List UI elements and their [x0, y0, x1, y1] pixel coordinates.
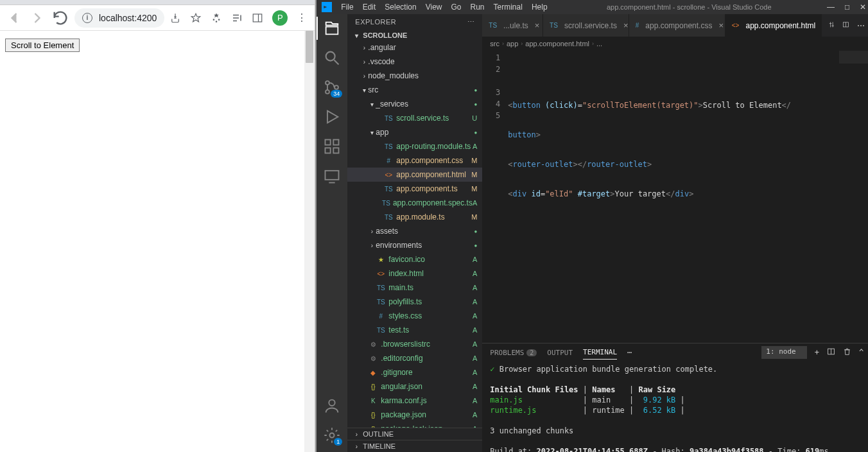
folder--services[interactable]: ▾_services●: [347, 97, 482, 111]
tab----ule-ts[interactable]: TS...ule.ts×: [482, 14, 543, 37]
scroll-to-element-button[interactable]: Scroll to Element: [5, 39, 80, 52]
file-scroll-service-ts[interactable]: TSscroll.service.tsU: [347, 111, 482, 125]
code-editor[interactable]: 12 345 <button (click)="scrollToElement(…: [482, 51, 868, 343]
compare-changes-icon[interactable]: [828, 21, 835, 30]
folder-assets[interactable]: ›assets●: [347, 224, 482, 238]
extensions-activity-icon[interactable]: [323, 137, 341, 155]
close-button[interactable]: ✕: [860, 3, 866, 12]
reading-list-icon[interactable]: [231, 12, 243, 24]
maximize-button[interactable]: □: [845, 3, 849, 12]
share-icon[interactable]: [169, 12, 181, 24]
file-app-module-ts[interactable]: TSapp.module.tsM: [347, 210, 482, 224]
menu-edit[interactable]: Edit: [359, 3, 380, 12]
menu-help[interactable]: Help: [528, 3, 551, 12]
file-polyfills-ts[interactable]: TSpolyfills.tsA: [347, 295, 482, 309]
accounts-activity-icon[interactable]: [323, 397, 341, 415]
address-bar[interactable]: i localhost:4200: [74, 8, 164, 28]
sidepanel-icon[interactable]: [252, 12, 263, 24]
menu-view[interactable]: View: [422, 3, 446, 12]
file-favicon-ico[interactable]: ★favicon.icoA: [347, 252, 482, 266]
file-angular-json[interactable]: {}angular.jsonA: [347, 379, 482, 394]
terminal-selector[interactable]: 1: node: [761, 346, 806, 359]
run-debug-activity-icon[interactable]: [323, 108, 341, 126]
explorer-activity-icon[interactable]: [323, 19, 341, 37]
timeline-section[interactable]: ›TIMELINE: [347, 440, 482, 452]
split-editor-icon[interactable]: [842, 21, 849, 30]
scrollbar-thumb[interactable]: [306, 31, 313, 63]
close-tab-icon[interactable]: ×: [718, 21, 724, 30]
reload-button[interactable]: [51, 9, 69, 27]
file-app-component-ts[interactable]: TSapp.component.tsM: [347, 182, 482, 196]
breadcrumb-segment[interactable]: app.component.html: [525, 40, 589, 48]
more-actions-icon[interactable]: ⋯: [857, 21, 865, 30]
menu-run[interactable]: Run: [467, 3, 489, 12]
close-tab-icon[interactable]: ×: [623, 21, 629, 30]
output-tab[interactable]: OUTPUT: [547, 346, 573, 360]
outline-section[interactable]: ›OUTLINE: [347, 428, 482, 440]
chevron-icon: ›: [360, 44, 368, 51]
folder-node-modules[interactable]: ›node_modules: [347, 69, 482, 83]
file-index-html[interactable]: <>index.htmlA: [347, 266, 482, 281]
extensions-icon[interactable]: [211, 12, 222, 24]
file--gitignore[interactable]: ◆.gitignoreA: [347, 365, 482, 379]
forward-button[interactable]: [28, 9, 46, 27]
remote-activity-icon[interactable]: [323, 167, 341, 185]
tab-app-component-html[interactable]: <>app.component.html: [725, 14, 822, 37]
breadcrumb[interactable]: src›app›app.component.html›...: [482, 37, 868, 51]
folder--angular[interactable]: ›.angular: [347, 40, 482, 55]
file-app-component-spec-ts[interactable]: TSapp.component.spec.tsA: [347, 196, 482, 210]
new-terminal-icon[interactable]: +: [815, 348, 819, 357]
menu-terminal[interactable]: Terminal: [490, 3, 526, 12]
file--browserslistrc[interactable]: ⚙.browserslistrcA: [347, 337, 482, 351]
back-button[interactable]: [5, 9, 23, 27]
breadcrumb-segment[interactable]: app: [507, 40, 518, 48]
explorer-more-icon[interactable]: ⋯: [467, 18, 475, 26]
file-app-component-css[interactable]: #app.component.cssM: [347, 153, 482, 168]
profile-avatar[interactable]: P: [272, 10, 288, 26]
kebab-menu-icon[interactable]: ⋮: [297, 12, 307, 24]
maximize-panel-icon[interactable]: ^: [859, 348, 864, 357]
search-activity-icon[interactable]: [323, 49, 341, 67]
folder-src[interactable]: ▾src●: [347, 83, 482, 97]
minimize-button[interactable]: —: [827, 3, 835, 12]
file-main-ts[interactable]: TSmain.tsA: [347, 281, 482, 295]
star-icon[interactable]: [190, 12, 202, 24]
file-package-lock-json[interactable]: {}package-lock.jsonA: [347, 422, 482, 428]
file-test-ts[interactable]: TStest.tsA: [347, 323, 482, 337]
folder-environments[interactable]: ›environments●: [347, 238, 482, 252]
terminal-output[interactable]: ✓ Browser application bundle generation …: [482, 361, 868, 452]
breadcrumb-segment[interactable]: ...: [596, 40, 602, 48]
problems-tab[interactable]: PROBLEMS2: [490, 346, 537, 360]
file-styles-css[interactable]: #styles.cssA: [347, 309, 482, 323]
file-package-json[interactable]: {}package.jsonA: [347, 408, 482, 422]
file--editorconfig[interactable]: ⚙.editorconfigA: [347, 351, 482, 365]
site-info-icon[interactable]: i: [82, 13, 92, 23]
git-status-badge: A: [473, 312, 477, 320]
toolbar-right: P ⋮: [169, 10, 309, 26]
tab-scroll-service-ts[interactable]: TSscroll.service.ts×: [543, 14, 629, 37]
folder--vscode[interactable]: ›.vscode: [347, 55, 482, 69]
git-status-badge: A: [473, 383, 477, 390]
file-app-routing-module-ts[interactable]: TSapp-routing.module.tsA: [347, 139, 482, 153]
menu-file[interactable]: File: [337, 3, 357, 12]
panel-tabs: PROBLEMS2 OUTPUT TERMINAL ⋯ 1: node + ^: [482, 343, 868, 361]
file-karma-conf-js[interactable]: Kkarma.conf.jsA: [347, 394, 482, 408]
titlebar: FileEditSelectionViewGoRunTerminalHelp a…: [317, 0, 868, 14]
file-app-component-html[interactable]: <>app.component.htmlM: [347, 168, 482, 182]
kill-terminal-icon[interactable]: [843, 347, 851, 358]
panel-more-icon[interactable]: ⋯: [627, 348, 632, 357]
close-tab-icon[interactable]: ×: [535, 21, 540, 30]
terminal-tab[interactable]: TERMINAL: [583, 345, 617, 360]
project-root[interactable]: ▾ SCROLLONE: [347, 30, 482, 40]
window-controls: — □ ✕: [827, 3, 866, 12]
folder-app[interactable]: ▾app●: [347, 125, 482, 139]
source-control-activity-icon[interactable]: 34: [323, 78, 341, 96]
breadcrumb-segment[interactable]: src: [490, 40, 499, 48]
menu-go[interactable]: Go: [447, 3, 465, 12]
menu-selection[interactable]: Selection: [381, 3, 420, 12]
settings-activity-icon[interactable]: 1: [323, 426, 341, 444]
minimap[interactable]: [839, 51, 868, 343]
split-terminal-icon[interactable]: [827, 347, 835, 358]
tab-app-component-css[interactable]: #app.component.css×: [629, 14, 725, 37]
page-scrollbar[interactable]: [304, 31, 315, 452]
